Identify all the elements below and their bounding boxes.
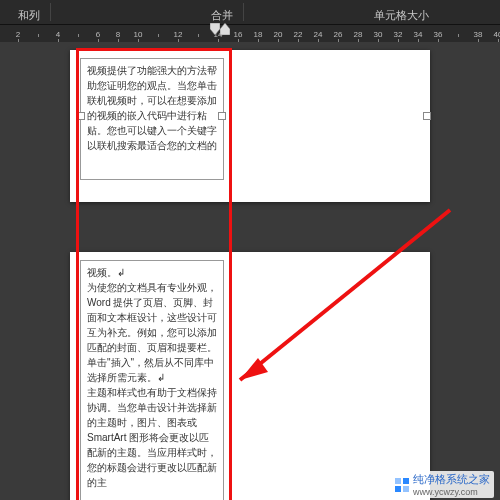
document-page[interactable]: 视频。↲ 为使您的文档具有专业外观，Word 提供了页眉、页脚、封面和文本框设计… [70, 252, 430, 500]
svg-marker-0 [210, 23, 220, 35]
ruler-tick: 12 [168, 30, 188, 39]
ruler-tick: 28 [348, 30, 368, 39]
ribbon-label-rows-cols: 和列 [18, 8, 40, 24]
document-workspace[interactable]: 视频提供了功能强大的方法帮助您证明您的观点。当您单击联机视频时，可以在想要添加的… [0, 42, 500, 500]
ruler-tick: 34 [408, 30, 428, 39]
ruler-tick: 36 [428, 30, 448, 39]
document-page[interactable]: 视频提供了功能强大的方法帮助您证明您的观点。当您单击联机视频时，可以在想要添加的… [70, 50, 430, 202]
resize-handle[interactable] [77, 112, 85, 120]
ruler-tick: 20 [268, 30, 288, 39]
text-content: 视频。↲ 为使您的文档具有专业外观，Word 提供了页眉、页脚、封面和文本框设计… [87, 267, 217, 488]
svg-marker-1 [220, 23, 230, 35]
ribbon-bar: 和列 合并 单元格大小 [0, 0, 500, 24]
svg-rect-7 [403, 486, 409, 492]
ruler-tick: 26 [328, 30, 348, 39]
ribbon-group-merge[interactable]: 合并 [203, 0, 241, 24]
ruler-tick: 30 [368, 30, 388, 39]
text-content: 视频提供了功能强大的方法帮助您证明您的观点。当您单击联机视频时，可以在想要添加的… [87, 65, 217, 151]
ruler-tick: 24 [308, 30, 328, 39]
ribbon-separator [50, 3, 51, 21]
ribbon-group-rows-cols[interactable]: 和列 [10, 0, 48, 24]
ribbon-group-cell-size[interactable]: 单元格大小 [366, 0, 437, 24]
watermark: 纯净格系统之家 www.ycwzy.com [391, 471, 494, 498]
watermark-logo-icon [395, 478, 409, 492]
svg-rect-6 [395, 486, 401, 492]
ruler-tick: 18 [248, 30, 268, 39]
svg-rect-5 [403, 478, 409, 484]
ruler-tick: 8 [108, 30, 128, 39]
ruler-tick: 6 [88, 30, 108, 39]
ribbon-separator [243, 3, 244, 21]
ruler-tick: 22 [288, 30, 308, 39]
ribbon-label-cell-size: 单元格大小 [374, 8, 429, 24]
ribbon-label-merge: 合并 [211, 8, 233, 24]
watermark-url: www.ycwzy.com [413, 487, 490, 497]
ruler-tick: 10 [128, 30, 148, 39]
ruler-tick: 2 [8, 30, 28, 39]
ruler-tick: 38 [468, 30, 488, 39]
svg-rect-4 [395, 478, 401, 484]
ruler-tick: 32 [388, 30, 408, 39]
ruler-tick: 4 [48, 30, 68, 39]
text-box[interactable]: 视频提供了功能强大的方法帮助您证明您的观点。当您单击联机视频时，可以在想要添加的… [80, 58, 224, 180]
ruler-tick: 16 [228, 30, 248, 39]
resize-handle[interactable] [423, 112, 431, 120]
text-box[interactable]: 视频。↲ 为使您的文档具有专业外观，Word 提供了页眉、页脚、封面和文本框设计… [80, 260, 224, 500]
horizontal-ruler[interactable]: 246810121416182022242628303234363840 [0, 24, 500, 43]
ruler-tick: 40 [488, 30, 500, 39]
resize-handle[interactable] [218, 112, 226, 120]
watermark-brand: 纯净格系统之家 [413, 472, 490, 487]
